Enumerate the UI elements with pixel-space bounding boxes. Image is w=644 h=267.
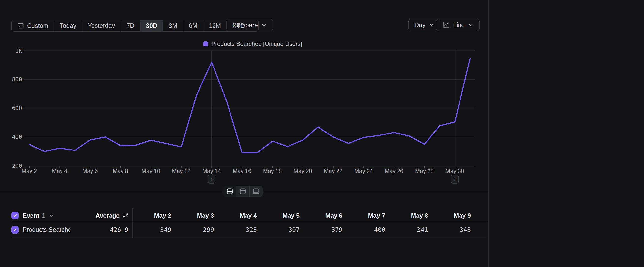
column-header[interactable]: May 9 [428,212,471,219]
chevron-down-icon [468,22,474,28]
sort-icon[interactable] [122,212,128,219]
x-axis-tick-label: May 12 [172,168,190,174]
x-axis-tick-label: May 6 [82,168,98,174]
y-axis-tick-label: 600 [12,105,22,111]
column-header[interactable]: May 5 [257,212,300,219]
x-axis-tick-label: May 16 [233,168,251,174]
layout-split-icon [226,187,234,195]
check-icon [12,227,18,232]
chevron-down-icon [261,23,267,28]
layout-top-icon [239,187,247,195]
cell-value: 349 [128,226,171,233]
row-average-value: 426.9 [110,226,128,233]
app-root: 1K80060040020011May 2May 4May 6May 8May … [0,0,644,267]
range-3m[interactable]: 3M [163,20,183,31]
column-header[interactable]: May 4 [214,212,257,219]
table-header-row: Event 1 Average May 2May 3May 4May 5May … [11,210,472,221]
y-axis-tick-label: 200 [12,163,22,169]
x-axis-tick-label: May 10 [142,168,160,174]
column-header[interactable]: May 6 [300,212,342,219]
series-line [29,59,470,153]
x-axis-tick-label: May 8 [113,168,128,174]
x-axis-tick-label: May 24 [354,168,373,174]
cell-value: 299 [171,226,214,233]
range-12m[interactable]: 12M [203,20,227,31]
layout-bottom-icon [252,187,260,195]
date-range-group: CustomTodayYesterday7D30D3M6M12MXTD [11,20,258,32]
column-header[interactable]: May 8 [385,212,428,219]
chart-type-button[interactable]: Line [436,19,480,31]
x-axis-tick-label: May 22 [324,168,342,174]
cell-value: 307 [257,226,300,233]
x-axis-tick-label: May 30 [446,168,464,174]
annotation-badge-label: 1 [453,176,456,182]
column-header[interactable]: May 2 [128,212,171,219]
calendar-icon [17,22,24,29]
cell-value: 341 [385,226,428,233]
range-custom[interactable]: Custom [12,20,54,31]
column-header[interactable]: May 3 [171,212,214,219]
event-header-label[interactable]: Event [23,212,39,219]
layout-split-button[interactable] [223,186,236,197]
chevron-down-icon [429,22,434,28]
main-panel: 1K80060040020011May 2May 4May 6May 8May … [0,0,488,267]
y-axis-tick-label: 1K [15,48,22,54]
chart-type-label: Line [453,22,465,29]
x-axis-tick-label: May 14 [202,168,221,174]
cell-value: 400 [342,226,385,233]
range-7d[interactable]: 7D [121,20,140,31]
x-axis-tick-label: May 4 [52,168,68,174]
legend-swatch [203,41,208,46]
chart-legend[interactable]: Products Searched [Unique Users] [203,40,302,47]
x-axis-tick-label: May 2 [22,168,37,174]
layout-toggle-group [223,186,263,197]
granularity-label: Day [414,22,425,29]
annotation-badge-label: 1 [210,176,213,182]
x-axis-tick-label: May 18 [263,168,282,174]
check-icon [12,213,18,218]
select-all-checkbox[interactable] [11,212,19,219]
table-date-headers: May 2May 3May 4May 5May 6May 7May 8May 9 [128,212,471,219]
line-chart-icon [442,21,450,29]
chevron-down-icon[interactable] [49,213,54,218]
query-sidebar: Query Chart Metrics + A [489,0,644,267]
cell-value: 343 [428,226,471,233]
cell-value: 323 [214,226,257,233]
table-bottom-divider [11,238,488,238]
x-axis-tick-label: May 20 [294,168,312,174]
range-6m[interactable]: 6M [183,20,204,31]
cell-value: 379 [300,226,342,233]
compare-button[interactable]: Compare [226,19,273,31]
row-checkbox[interactable] [11,226,19,233]
x-axis-tick-label: May 26 [385,168,403,174]
y-axis-tick-label: 800 [12,76,22,83]
layout-table-only-button[interactable] [250,186,263,197]
range-30d[interactable]: 30D [140,20,163,31]
granularity-button[interactable]: Day [408,19,440,31]
legend-label: Products Searched [Unique Users] [211,40,302,47]
average-header-label: Average [96,212,120,219]
range-yesterday[interactable]: Yesterday [82,20,121,31]
y-axis-tick-label: 400 [12,134,22,140]
row-event-name: Products Searched [Un... [23,226,70,233]
x-axis-tick-label: May 28 [415,168,434,174]
range-today[interactable]: Today [54,20,82,31]
table-row-values: 349299323307379400341343 [128,226,471,233]
event-count: 1 [42,212,45,219]
compare-label: Compare [232,22,258,29]
column-header[interactable]: May 7 [342,212,385,219]
table-row: Products Searched [Un... 426.9 349299323… [11,221,472,238]
layout-chart-only-button[interactable] [236,186,250,197]
